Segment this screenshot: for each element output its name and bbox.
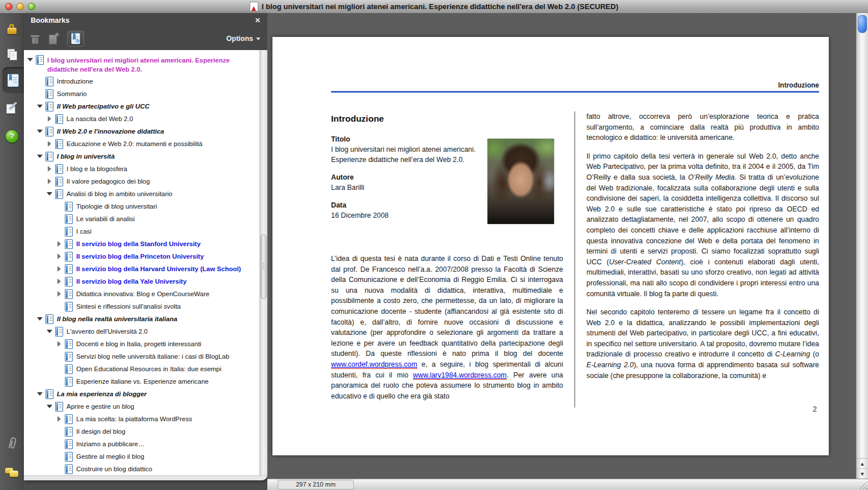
bookmark-label[interactable]: Sommario (57, 89, 258, 99)
goto-bookmark-button[interactable] (67, 31, 84, 47)
bookmark-label[interactable]: Il Web 2.0 e l'innovazione didattica (57, 127, 258, 136)
bookmark-item[interactable]: La nascita del Web 2.0 (24, 113, 260, 125)
bookmark-item[interactable]: La mia scelta: la piattaforma WordPress (24, 413, 260, 425)
disclosure-triangle-icon[interactable] (55, 277, 64, 285)
bookmark-item[interactable]: I blog in università (24, 150, 260, 163)
bookmark-label[interactable]: La mia esperienza di blogger (57, 389, 258, 399)
bookmark-label[interactable]: I blog e la blogosfera (67, 164, 258, 174)
disclosure-triangle-icon[interactable] (36, 390, 44, 398)
close-panel-icon[interactable]: ✕ (255, 16, 261, 24)
bookmark-item[interactable]: Servizi blog nelle università italiane: … (24, 350, 260, 363)
scroll-up-button[interactable]: ▲ (857, 459, 868, 469)
hyperlink[interactable]: www.lary1984.wordpress.com (413, 371, 507, 380)
disclosure-triangle-icon[interactable] (36, 315, 44, 323)
disclosure-triangle-icon[interactable] (46, 190, 54, 198)
bookmark-label[interactable]: Iniziamo a pubblicare… (76, 439, 258, 449)
disclosure-triangle-icon[interactable] (46, 177, 54, 185)
disclosure-triangle-icon[interactable] (26, 56, 35, 64)
comments-panel-button[interactable] (0, 463, 24, 483)
bookmark-item[interactable]: Didattica innovativa: Blog e OpenCourseW… (24, 288, 260, 300)
bookmark-item[interactable]: Tipologie di blog universitari (24, 200, 260, 213)
bookmark-label[interactable]: Il servizio blog della Yale University (76, 277, 258, 286)
bookmark-label[interactable]: Didattica innovativa: Blog e OpenCourseW… (76, 289, 258, 299)
bookmark-label[interactable]: Docenti e blog in Italia, progetti inter… (76, 339, 258, 349)
bookmark-label[interactable]: Il servizio blog della Princeton Univers… (76, 252, 258, 261)
bookmark-label[interactable]: Open Educational Resources in Italia: du… (76, 364, 258, 374)
bookmarks-panel-button[interactable] (2, 67, 24, 93)
disclosure-triangle-icon[interactable] (55, 415, 64, 423)
bookmark-label[interactable]: Aprire e gestire un blog (67, 402, 258, 412)
security-panel-button[interactable] (0, 19, 24, 39)
bookmark-label[interactable]: Il design del blog (76, 427, 258, 437)
disclosure-triangle-icon[interactable] (55, 290, 64, 298)
bookmark-item[interactable]: Il Web 2.0 e l'innovazione didattica (24, 125, 260, 138)
bookmark-label[interactable]: Introduzione (57, 77, 258, 86)
bookmark-label[interactable]: Il Web partecipativo e gli UCC (57, 102, 258, 111)
bookmark-item[interactable]: Costruire un blog didattico (24, 463, 260, 475)
bookmark-item[interactable]: La mia esperienza di blogger (24, 388, 260, 400)
bookmark-item[interactable]: Il servizio blog della Stanford Universi… (24, 238, 260, 250)
bookmark-item[interactable]: Aprire e gestire un blog (24, 400, 260, 413)
bookmark-item[interactable]: I blog e la blogosfera (24, 163, 260, 175)
disclosure-triangle-icon[interactable] (55, 265, 64, 273)
bookmark-item[interactable]: Analisi di blog in ambito universitario (24, 188, 260, 200)
disclosure-triangle-icon[interactable] (36, 152, 44, 160)
bookmark-item[interactable]: Il blog nella realtà universitaria itali… (24, 313, 260, 325)
disclosure-triangle-icon[interactable] (46, 402, 54, 410)
help-button[interactable]: ? (0, 127, 24, 146)
bookmark-item[interactable]: Il servizio blog della Harvard Universit… (24, 263, 260, 275)
bookmark-item[interactable]: Il servizio blog della Princeton Univers… (24, 250, 260, 263)
bookmark-item[interactable]: Esperienze italiane vs. Esperienze ameri… (24, 375, 260, 388)
bookmark-label[interactable]: Il servizio blog della Stanford Universi… (76, 239, 258, 249)
resize-grip[interactable] (859, 481, 867, 489)
disclosure-triangle-icon[interactable] (36, 102, 44, 110)
disclosure-triangle-icon[interactable] (46, 140, 54, 148)
scrollbar-thumb[interactable] (858, 15, 867, 33)
hyperlink[interactable]: www.cordef.wordpress.com (331, 360, 418, 369)
bookmark-item[interactable]: Sommario (24, 88, 260, 100)
disclosure-triangle-icon[interactable] (46, 115, 54, 123)
bookmark-item[interactable]: Open Educational Resources in Italia: du… (24, 363, 260, 375)
vertical-scrollbar[interactable]: ▲ ▼ (856, 13, 868, 479)
bookmark-label[interactable]: Costruire un blog didattico (76, 464, 258, 474)
disclosure-triangle-icon[interactable] (36, 127, 44, 135)
bookmark-item[interactable]: Sintesi e riflessioni sull'analisi svolt… (24, 300, 260, 313)
bookmark-label[interactable]: Esperienze italiane vs. Esperienze ameri… (76, 377, 258, 387)
delete-bookmark-icon[interactable] (31, 34, 39, 44)
bookmark-item[interactable]: Introduzione (24, 75, 260, 88)
document-pane[interactable]: Introduzione Introduzione Titolo I blog … (267, 13, 857, 479)
bookmark-item[interactable]: I casi (24, 225, 260, 238)
bookmarks-scrollbar[interactable] (259, 50, 267, 475)
bookmark-label[interactable]: L'avvento dell'Università 2.0 (67, 327, 258, 337)
bookmark-label[interactable]: Le variabili di analisi (76, 214, 258, 224)
bookmarks-scrollbar-thumb[interactable] (261, 234, 267, 299)
bookmark-label[interactable]: Il servizio blog della Harvard Universit… (76, 264, 258, 274)
bookmark-item[interactable]: Educazione e Web 2.0: mutamenti e possib… (24, 138, 260, 150)
disclosure-triangle-icon[interactable] (55, 340, 64, 348)
annotations-panel-button[interactable] (0, 98, 24, 118)
disclosure-triangle-icon[interactable] (46, 327, 54, 335)
bookmark-label[interactable]: La nascita del Web 2.0 (67, 114, 258, 124)
bookmark-label[interactable]: La mia scelta: la piattaforma WordPress (76, 414, 258, 424)
bookmark-item[interactable]: Il servizio blog della Yale University (24, 275, 260, 288)
attachments-panel-button[interactable] (0, 434, 24, 453)
bookmark-label[interactable]: I blog universitari nei migliori atenei … (47, 55, 258, 74)
bookmark-label[interactable]: Gestire al meglio il blog (76, 452, 258, 462)
bookmark-item[interactable]: I blog universitari nei migliori atenei … (24, 53, 260, 75)
bookmark-item[interactable]: Il design del blog (24, 425, 260, 438)
bookmark-item[interactable]: Gestire al meglio il blog (24, 450, 260, 463)
bookmark-item[interactable]: Il Web partecipativo e gli UCC (24, 100, 260, 113)
bookmark-item[interactable]: Docenti e blog in Italia, progetti inter… (24, 338, 260, 350)
bookmark-label[interactable]: Analisi di blog in ambito universitario (67, 189, 258, 199)
disclosure-triangle-icon[interactable] (46, 165, 54, 173)
bookmark-item[interactable]: Le variabili di analisi (24, 213, 260, 225)
disclosure-triangle-icon[interactable] (55, 240, 64, 248)
bookmark-item[interactable]: Iniziamo a pubblicare… (24, 438, 260, 450)
new-bookmark-icon[interactable] (48, 34, 58, 44)
bookmark-label[interactable]: Servizi blog nelle università italiane: … (76, 352, 258, 362)
bookmark-label[interactable]: Il valore pedagogico dei blog (67, 177, 258, 186)
bookmark-item[interactable]: Il valore pedagogico dei blog (24, 175, 260, 188)
bookmark-item[interactable]: Conclusioni (24, 475, 260, 476)
scroll-down-button[interactable]: ▼ (857, 469, 868, 479)
bookmark-item[interactable]: L'avvento dell'Università 2.0 (24, 325, 260, 338)
